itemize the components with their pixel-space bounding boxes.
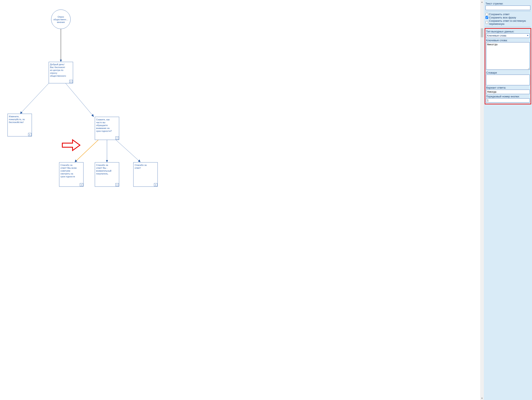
svg-text:ответ! Вы -: ответ! Вы - (96, 167, 108, 169)
svg-marker-5 (60, 60, 62, 62)
svg-text:общественного: общественного (50, 75, 66, 77)
node-start[interactable]: Опрос общественн… мнения (51, 10, 70, 29)
button-order-input[interactable] (486, 98, 530, 103)
arrow-text-input[interactable] (486, 6, 530, 10)
info-icon: i (155, 184, 156, 186)
svg-text:срок годности?: срок годности? (96, 130, 112, 132)
question-icon: ? (117, 137, 118, 139)
edge-greeting-apology[interactable] (20, 83, 49, 114)
scroll-thumb[interactable] (481, 28, 483, 37)
callout-arrow-icon (62, 140, 80, 150)
svg-line-15 (66, 83, 93, 116)
node-question[interactable]: Скажите, как часто вы обращаете внимание… (95, 117, 119, 140)
svg-text:опросу: опросу (50, 72, 57, 74)
diagram-canvas[interactable]: Опрос общественн… мнения Добрый день! Ва… (0, 0, 480, 400)
dicts-label: Словари (486, 71, 530, 74)
svg-text:срок годности: срок годности (60, 175, 75, 178)
answer-variant-input[interactable] (486, 90, 530, 94)
node-answer-3[interactable]: Спасибо за ответ! i (133, 162, 158, 187)
svg-text:Спасибо за: Спасибо за (96, 164, 108, 166)
svg-text:общественн…: общественн… (53, 18, 69, 21)
app-root: Опрос общественн… мнения Добрый день! Ва… (0, 0, 532, 400)
svg-text:часто вы: часто вы (96, 121, 105, 124)
svg-text:внимание на: внимание на (96, 127, 110, 129)
svg-text:Скажите, как: Скажите, как (96, 118, 110, 121)
info-icon: i (30, 134, 30, 136)
svg-marker-32 (106, 160, 108, 162)
edge-question-ans1-selected[interactable] (75, 140, 98, 162)
svg-text:мнения: мнения (57, 21, 65, 23)
edge-greeting-question[interactable] (66, 83, 94, 117)
info-icon: i (117, 184, 117, 186)
properties-panel: Текст стрелки: Сохранить ответ Сохранить… (484, 0, 532, 400)
edge-question-ans3[interactable] (116, 140, 140, 162)
save-sysvar-checkbox[interactable] (486, 21, 488, 24)
node-answer-1[interactable]: Спасибо за ответ! Мы всем советуем смотр… (59, 162, 83, 187)
vertical-scrollbar[interactable]: ▲ ▼ (480, 0, 484, 400)
svg-text:Спасибо за: Спасибо за (60, 164, 73, 166)
scroll-down-icon[interactable]: ▼ (480, 396, 484, 400)
scroll-up-icon[interactable]: ▲ (480, 0, 484, 4)
svg-text:Вас беспокоят: Вас беспокоят (50, 66, 65, 69)
button-order-label: Порядковый номер кнопки: (486, 95, 530, 98)
svg-text:внимательный: внимательный (96, 169, 111, 172)
scroll-track[interactable] (480, 4, 484, 396)
divider (486, 27, 530, 27)
divider (486, 11, 530, 12)
answer-variant-label: Вариант ответа: (486, 86, 530, 89)
svg-text:ответ! Мы всем: ответ! Мы всем (60, 167, 77, 169)
keywords-label: Ключевые слова: (486, 39, 530, 42)
svg-text:Опрос: Опрос (57, 16, 64, 18)
dicts-listbox[interactable] (486, 75, 530, 85)
edge-start-greeting[interactable] (60, 29, 62, 62)
node-answer-2[interactable]: Спасибо за ответ! Вы - внимательный поку… (95, 162, 119, 187)
highlighted-section: Тип выходных данных: Ключевые слова Ключ… (485, 28, 531, 104)
svg-text:смотреть на: смотреть на (60, 172, 73, 175)
svg-line-33 (116, 140, 139, 161)
edge-question-ans2[interactable] (106, 140, 108, 162)
svg-text:Добрый день!: Добрый день! (50, 63, 64, 66)
save-answer-checkbox[interactable] (486, 13, 488, 16)
svg-marker-34 (138, 160, 140, 162)
svg-line-29 (76, 140, 98, 161)
svg-line-13 (21, 83, 49, 113)
arrow-text-label: Текст стрелки: (486, 2, 530, 5)
output-type-select[interactable]: Ключевые слова (486, 33, 530, 38)
svg-text:Извините,: Извините, (9, 115, 19, 118)
svg-text:пожалуйста, за: пожалуйста, за (9, 118, 25, 121)
svg-text:ответ!: ответ! (135, 167, 141, 169)
svg-text:беспокойство!: беспокойство! (9, 121, 24, 123)
save-answer-label: Сохранить ответ (489, 13, 510, 16)
output-type-label: Тип выходных данных: (486, 30, 530, 33)
svg-text:покупатель.: покупатель. (96, 172, 108, 175)
svg-text:обращаете: обращаете (96, 124, 108, 127)
svg-text:советуем: советуем (60, 169, 70, 172)
info-icon: i (81, 184, 82, 186)
svg-text:из центра по: из центра по (50, 69, 63, 71)
save-phrase-label: Сохранить всю фразу (489, 16, 516, 19)
node-apology[interactable]: Извините, пожалуйста, за беспокойство! i (8, 114, 32, 136)
question-icon: ? (70, 80, 71, 83)
save-phrase-checkbox[interactable] (486, 16, 488, 19)
save-sysvar-label: Сохранить ответ в системную переменную (489, 19, 530, 26)
svg-text:Спасибо за: Спасибо за (135, 164, 147, 166)
node-greeting[interactable]: Добрый день! Вас беспокоят из центра по … (49, 62, 73, 83)
keywords-textarea[interactable]: Никогда (486, 42, 530, 70)
